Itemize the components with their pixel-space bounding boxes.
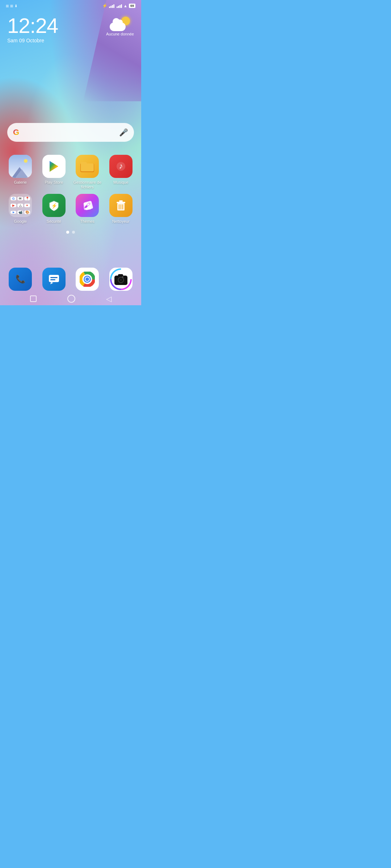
maps-icon: 📍 <box>24 197 30 200</box>
playstore-icon <box>42 155 66 178</box>
app-google[interactable]: G ✉ 📍 ▶ △ ✦ ▶ 📹 🎨 Google <box>6 194 35 224</box>
trash-svg <box>114 199 127 212</box>
svg-point-38 <box>122 276 123 278</box>
app-musique[interactable]: ♪ Musique <box>106 155 136 190</box>
app-playstore[interactable]: Play Store <box>39 155 69 190</box>
playstore-svg <box>47 160 60 173</box>
weather-section[interactable]: Aucune donnée <box>106 17 134 36</box>
nettoyeur-label: Nettoyeur <box>112 219 130 224</box>
status-bar: ⊞ ⊞ ⬇ ⚡ ▲ 69 <box>0 0 141 10</box>
folder-svg <box>80 161 94 172</box>
bluetooth-icon: ⚡ <box>102 3 108 8</box>
nav-back-icon: ◁ <box>106 294 112 303</box>
signal1-bars <box>109 4 114 8</box>
sim2-icon: ⊞ <box>10 4 13 8</box>
app-grid: Galerie Play Store <box>0 148 141 227</box>
themes-label: Thèmes <box>80 219 94 224</box>
app-files[interactable]: Gestionnaire de fichiers <box>73 155 102 190</box>
camera-svg <box>109 268 133 291</box>
securite-label: Sécurité <box>47 219 61 224</box>
google-g-logo: G <box>13 128 19 137</box>
app-nettoyeur[interactable]: Nettoyeur <box>106 194 136 224</box>
wifi-icon: ▲ <box>123 4 127 8</box>
svg-rect-12 <box>117 202 125 203</box>
chrome-icon <box>76 268 99 291</box>
dock-chrome[interactable] <box>73 268 102 291</box>
play2-icon: ▶ <box>10 211 16 214</box>
page-dot-2[interactable] <box>72 231 75 234</box>
time-weather: 12:24 Sam 09 Octobre Aucune donnée <box>0 12 141 47</box>
svg-rect-18 <box>49 275 59 282</box>
galerie-label: Galerie <box>14 180 27 185</box>
search-bar-container: G 🎤 <box>0 123 141 142</box>
themes-icon: 🖌 <box>76 194 99 217</box>
status-left: ⊞ ⊞ ⬇ <box>6 4 17 8</box>
clock-time: 12:24 <box>7 15 58 36</box>
nav-recent-button[interactable] <box>30 295 37 302</box>
weather-icon-container <box>110 17 130 31</box>
youtube-icon: ▶ <box>10 204 16 207</box>
camera-icon-container <box>109 268 133 291</box>
nav-home-icon <box>67 295 75 303</box>
mic-icon[interactable]: 🎤 <box>119 128 128 137</box>
clock-date: Sam 09 Octobre <box>7 38 58 43</box>
chrome-svg <box>80 272 95 287</box>
svg-rect-13 <box>119 200 123 202</box>
svg-point-37 <box>120 279 122 281</box>
signal2-bars <box>117 4 122 8</box>
battery-icon: 69 <box>129 4 135 8</box>
google-search-bar[interactable]: G 🎤 <box>7 123 134 142</box>
page-dots <box>0 231 141 234</box>
files-label: Gestionnaire de fichiers <box>73 180 102 190</box>
weather-label: Aucune donnée <box>106 32 134 36</box>
page-dot-1[interactable] <box>66 231 69 234</box>
dock-camera[interactable] <box>106 268 136 291</box>
download-icon: ⬇ <box>14 4 17 8</box>
securite-icon: ⚡ <box>42 194 66 217</box>
files-icon <box>76 155 99 178</box>
svg-rect-20 <box>50 277 58 278</box>
nav-square-icon <box>30 295 37 302</box>
dock-messages[interactable] <box>39 268 69 291</box>
svg-marker-0 <box>50 161 58 172</box>
photos2-icon: 🎨 <box>24 210 30 214</box>
time-section: 12:24 Sam 09 Octobre <box>7 15 58 43</box>
svg-text:⚡: ⚡ <box>51 203 57 209</box>
svg-rect-21 <box>50 279 55 280</box>
nav-back-button[interactable]: ◁ <box>106 294 112 303</box>
svg-rect-3 <box>81 163 94 171</box>
google-folder-icon: G ✉ 📍 ▶ △ ✦ ▶ 📹 🎨 <box>9 194 32 217</box>
galerie-icon <box>9 155 32 178</box>
musique-icon: ♪ <box>109 155 133 178</box>
photos-icon: ✦ <box>24 204 30 207</box>
playstore-label: Play Store <box>45 180 63 185</box>
gallery-inner <box>9 155 32 178</box>
gmail-icon: ✉ <box>17 197 23 200</box>
svg-rect-34 <box>118 274 123 276</box>
status-right: ⚡ ▲ 69 <box>102 3 135 8</box>
svg-marker-19 <box>50 282 53 284</box>
svg-text:📞: 📞 <box>16 274 26 284</box>
nettoyeur-icon <box>109 194 133 217</box>
cloud-icon <box>110 22 126 31</box>
app-securite[interactable]: ⚡ Sécurité <box>39 194 69 224</box>
svg-point-28 <box>85 277 89 281</box>
phone-icon: 📞 <box>9 268 32 291</box>
svg-rect-4 <box>80 162 87 164</box>
svg-text:♪: ♪ <box>119 161 123 170</box>
nav-bar: ◁ <box>0 292 141 305</box>
dock: 📞 <box>0 268 141 291</box>
themes-svg: 🖌 <box>81 199 94 212</box>
svg-text:🖌: 🖌 <box>84 202 91 209</box>
phone-svg: 📞 <box>14 273 26 285</box>
messages-icon <box>42 268 66 291</box>
musique-label: Musique <box>113 180 129 185</box>
meet-icon: 📹 <box>17 210 23 214</box>
nav-home-button[interactable] <box>67 295 75 303</box>
screen: ⊞ ⊞ ⬇ ⚡ ▲ 69 12:24 Sam 09 Oc <box>0 0 141 305</box>
shield-svg: ⚡ <box>47 199 60 212</box>
dock-phone[interactable]: 📞 <box>6 268 35 291</box>
google-label: Google <box>14 219 27 224</box>
app-galerie[interactable]: Galerie <box>6 155 35 190</box>
app-themes[interactable]: 🖌 Thèmes <box>73 194 102 224</box>
